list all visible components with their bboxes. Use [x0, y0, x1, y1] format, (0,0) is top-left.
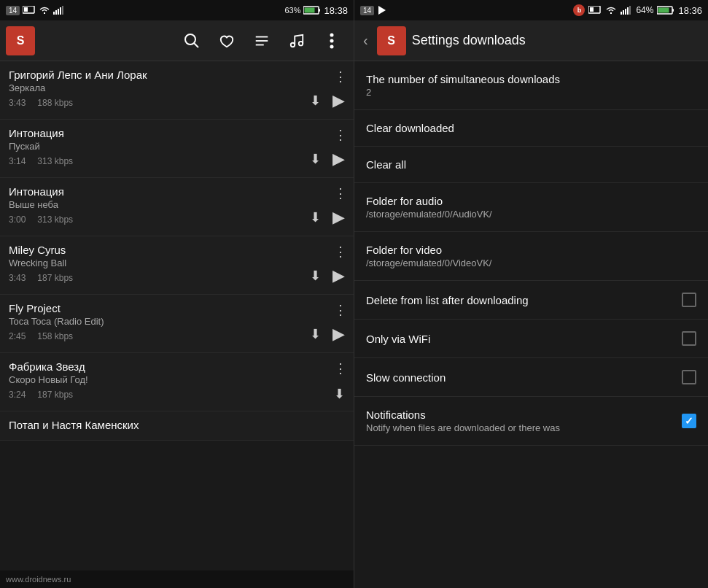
overflow-icon — [330, 33, 334, 49]
svg-rect-6 — [62, 6, 63, 15]
song-bitrate: 313 kbps — [37, 214, 73, 225]
notifications-checkbox[interactable] — [682, 414, 696, 428]
song-bottom-actions: ⬇ ▶ — [307, 90, 348, 112]
song-meta: 2:45 158 kbps — [9, 331, 345, 341]
battery-icon-right — [657, 6, 674, 15]
download-icon[interactable]: ⬇ — [307, 266, 324, 285]
setting-clear-downloaded[interactable]: Clear downloaded — [354, 110, 708, 147]
more-icon[interactable]: ⋮ — [334, 360, 348, 376]
setting-notifications[interactable]: Notifications Notify when files are down… — [354, 397, 708, 446]
svg-rect-8 — [319, 9, 320, 12]
more-icon[interactable]: ⋮ — [334, 244, 348, 260]
more-icon[interactable]: ⋮ — [334, 127, 348, 143]
svg-rect-25 — [625, 9, 626, 15]
setting-slow-connection[interactable]: Slow connection — [354, 358, 708, 397]
play-icon[interactable]: ▶ — [330, 206, 348, 228]
download-icon[interactable]: ⬇ — [331, 384, 348, 403]
setting-clear-all[interactable]: Clear all — [354, 147, 708, 183]
song-meta: 3:00 313 kbps — [9, 214, 345, 225]
only-wifi-checkbox[interactable] — [682, 331, 696, 346]
song-bottom-actions: ⬇ ▶ — [307, 206, 348, 228]
play-icon[interactable]: ▶ — [330, 265, 348, 287]
svg-point-19 — [330, 45, 334, 48]
svg-rect-9 — [305, 8, 315, 13]
notification-badge-right: 14 — [360, 6, 374, 15]
list-item[interactable]: Потап и Настя Каменских — [0, 411, 354, 441]
svg-marker-20 — [378, 6, 386, 15]
setting-only-wifi[interactable]: Only via WiFi — [354, 320, 708, 358]
play-icon[interactable]: ▶ — [330, 90, 348, 112]
playlist-button[interactable] — [246, 25, 278, 57]
download-icon[interactable]: ⬇ — [307, 91, 324, 110]
time-right: 18:36 — [678, 5, 702, 16]
setting-folder-audio[interactable]: Folder for audio /storage/emulated/0/Aud… — [354, 183, 708, 232]
setting-label: Only via WiFi — [366, 333, 673, 345]
battery-text: 63% — [284, 6, 300, 15]
svg-rect-1 — [24, 7, 28, 12]
app-icon-left: S — [6, 26, 35, 55]
setting-label: Notifications — [366, 409, 673, 421]
setting-left: Clear all — [366, 158, 696, 171]
setting-delete-from-list[interactable]: Delete from list after downloading — [354, 281, 708, 320]
search-button[interactable] — [176, 25, 208, 57]
song-duration: 3:43 — [9, 98, 26, 108]
setting-label: Clear all — [366, 158, 696, 171]
favorites-button[interactable] — [211, 25, 243, 57]
list-item[interactable]: ⋮ Фабрика Звезд Скоро Новый Год! 3:24 18… — [0, 353, 354, 411]
watermark-bar: www.droidnews.ru — [0, 570, 354, 588]
song-bitrate: 187 kbps — [37, 273, 73, 283]
download-icon[interactable]: ⬇ — [307, 325, 324, 344]
slow-connection-checkbox[interactable] — [682, 370, 696, 384]
svg-rect-3 — [55, 10, 57, 15]
signal-icon — [53, 6, 65, 15]
setting-label: Clear downloaded — [366, 122, 696, 134]
setting-left: Folder for video /storage/emulated/0/Vid… — [366, 244, 696, 268]
list-item[interactable]: ⋮ Интонация Пускай 3:14 313 kbps ⬇ ▶ — [0, 120, 354, 178]
more-icon[interactable]: ⋮ — [334, 69, 348, 85]
download-icon[interactable]: ⬇ — [307, 208, 324, 227]
song-artist: Fly Project — [9, 302, 345, 314]
setting-label: Folder for audio — [366, 195, 696, 207]
song-title: Зеркала — [9, 82, 345, 93]
download-icon[interactable]: ⬇ — [307, 150, 324, 169]
song-actions: ⋮ — [334, 127, 348, 143]
status-bar-right: 14 b 64% — [354, 0, 708, 20]
list-item[interactable]: ⋮ Григорий Лепс и Ани Лорак Зеркала 3:43… — [0, 61, 354, 120]
back-button[interactable]: ‹ — [360, 29, 371, 52]
song-title: Скоро Новый Год! — [9, 374, 345, 385]
sim-icon — [23, 6, 36, 15]
svg-point-17 — [330, 33, 334, 36]
toolbar-right: ‹ S Settings downloads — [354, 20, 708, 61]
status-right-group-left: 63% 18:38 — [284, 5, 348, 16]
play-icon[interactable]: ▶ — [330, 323, 348, 345]
setting-folder-video[interactable]: Folder for video /storage/emulated/0/Vid… — [354, 232, 708, 281]
svg-point-10 — [185, 34, 195, 45]
song-title: Пускай — [9, 141, 345, 152]
delete-from-list-checkbox[interactable] — [682, 293, 696, 307]
list-item[interactable]: ⋮ Fly Project Toca Toca (Radio Edit) 2:4… — [0, 295, 354, 353]
song-artist: Потап и Настя Каменских — [9, 419, 345, 431]
status-bar-left: 14 63% — [0, 0, 354, 20]
song-artist: Григорий Лепс и Ани Лорак — [9, 69, 345, 81]
setting-value: /storage/emulated/0/VideoVK/ — [366, 258, 696, 268]
play-icon[interactable]: ▶ — [330, 148, 348, 170]
music-button[interactable] — [281, 25, 313, 57]
watermark-text: www.droidnews.ru — [6, 575, 71, 584]
setting-simultaneous-downloads[interactable]: The number of simultaneous downloads 2 — [354, 61, 708, 110]
more-options-button[interactable] — [316, 25, 348, 57]
setting-left: Slow connection — [366, 371, 673, 384]
list-item[interactable]: ⋮ Интонация Выше неба 3:00 313 kbps ⬇ ▶ — [0, 178, 354, 236]
list-item[interactable]: ⋮ Miley Cyrus Wrecking Ball 3:43 187 kbp… — [0, 236, 354, 295]
more-icon[interactable]: ⋮ — [334, 185, 348, 201]
svg-rect-29 — [672, 9, 674, 12]
battery-text-right: 64% — [636, 5, 653, 15]
setting-label: Folder for video — [366, 244, 696, 256]
more-icon[interactable]: ⋮ — [334, 302, 348, 318]
song-artist: Интонация — [9, 185, 345, 198]
song-actions: ⋮ — [334, 302, 348, 318]
song-bottom-actions: ⬇ ▶ — [307, 265, 348, 287]
setting-label: The number of simultaneous downloads — [366, 73, 696, 85]
svg-rect-23 — [621, 12, 622, 15]
song-bottom-actions: ⬇ — [331, 384, 348, 403]
song-duration: 2:45 — [9, 331, 26, 341]
